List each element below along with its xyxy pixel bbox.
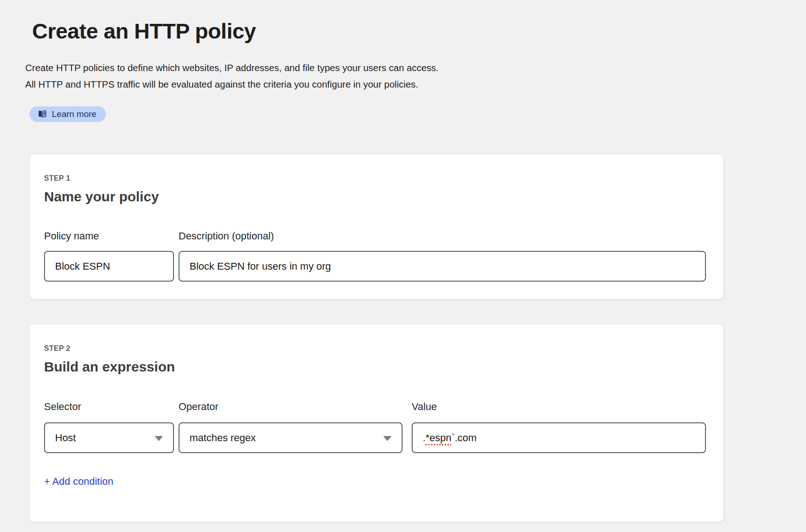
step1-label: STEP 1 bbox=[44, 174, 70, 183]
page-root: Create an HTTP policy Create HTTP polici… bbox=[0, 0, 806, 532]
book-icon bbox=[37, 109, 47, 119]
step1-heading: Name your policy bbox=[44, 189, 159, 205]
learn-more-button[interactable]: Learn more bbox=[29, 106, 106, 122]
selector-select[interactable]: Host bbox=[44, 422, 174, 453]
value-label: Value bbox=[412, 401, 437, 413]
step2-card: STEP 2 Build an expression Selector Oper… bbox=[29, 324, 724, 522]
learn-more-label: Learn more bbox=[52, 109, 96, 119]
page-description-line1: Create HTTP policies to define which web… bbox=[25, 62, 439, 74]
page-description-line2: All HTTP and HTTPS traffic will be evalu… bbox=[25, 78, 418, 90]
operator-label: Operator bbox=[179, 401, 218, 413]
chevron-down-icon bbox=[155, 436, 163, 441]
policy-name-label: Policy name bbox=[44, 230, 99, 242]
value-text-misspelled: *espn bbox=[425, 432, 451, 444]
description-label: Description (optional) bbox=[179, 230, 274, 242]
page-title: Create an HTTP policy bbox=[32, 18, 256, 44]
add-condition-link[interactable]: + Add condition bbox=[44, 476, 113, 488]
policy-name-input[interactable] bbox=[44, 251, 174, 282]
value-input[interactable]: .*espn`.com bbox=[412, 422, 706, 453]
chevron-down-icon bbox=[383, 436, 392, 441]
operator-select-value: matches regex bbox=[190, 432, 256, 444]
operator-select[interactable]: matches regex bbox=[179, 422, 403, 453]
selector-label: Selector bbox=[44, 401, 81, 413]
step2-heading: Build an expression bbox=[44, 359, 175, 375]
description-input[interactable] bbox=[179, 251, 706, 282]
step2-label: STEP 2 bbox=[44, 344, 70, 353]
step1-card: STEP 1 Name your policy Policy name Desc… bbox=[29, 154, 724, 299]
selector-select-value: Host bbox=[55, 432, 76, 444]
value-text-suffix: `.com bbox=[451, 432, 476, 444]
